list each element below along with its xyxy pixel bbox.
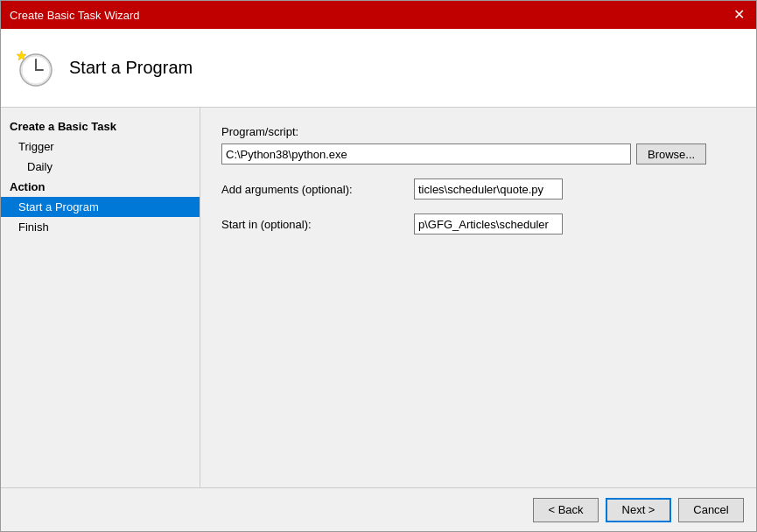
back-button[interactable]: < Back bbox=[533, 498, 599, 522]
start-in-label: Start in (optional): bbox=[221, 218, 414, 231]
title-bar-text: Create Basic Task Wizard bbox=[10, 9, 140, 22]
dialog-window: Create Basic Task Wizard ✕ Start a Progr… bbox=[0, 0, 757, 532]
add-arguments-input[interactable] bbox=[414, 178, 563, 200]
close-button[interactable]: ✕ bbox=[730, 6, 747, 24]
next-button[interactable]: Next > bbox=[606, 498, 671, 522]
program-script-label: Program/script: bbox=[221, 125, 735, 138]
program-icon bbox=[15, 47, 57, 89]
cancel-button[interactable]: Cancel bbox=[678, 498, 744, 522]
add-arguments-row: Add arguments (optional): bbox=[221, 178, 735, 200]
header-title: Start a Program bbox=[69, 58, 193, 78]
dialog-body: Create a Basic Task Trigger Daily Action… bbox=[1, 108, 756, 487]
sidebar-item-start-program[interactable]: Start a Program bbox=[1, 197, 200, 217]
sidebar-item-daily[interactable]: Daily bbox=[1, 157, 200, 177]
sidebar-section-create: Create a Basic Task bbox=[1, 116, 200, 136]
dialog-footer: < Back Next > Cancel bbox=[1, 487, 756, 531]
add-arguments-label: Add arguments (optional): bbox=[221, 183, 414, 196]
start-in-row: Start in (optional): bbox=[221, 214, 735, 234]
program-script-input[interactable] bbox=[221, 144, 631, 164]
program-script-row: Browse... bbox=[221, 144, 735, 164]
program-script-group: Program/script: Browse... bbox=[221, 125, 735, 164]
main-content: Program/script: Browse... Add arguments … bbox=[200, 108, 756, 487]
title-bar: Create Basic Task Wizard ✕ bbox=[1, 1, 756, 29]
sidebar-item-trigger[interactable]: Trigger bbox=[1, 136, 200, 157]
sidebar-item-finish[interactable]: Finish bbox=[1, 217, 200, 237]
sidebar-section-action: Action bbox=[1, 177, 200, 197]
start-in-input[interactable] bbox=[414, 214, 563, 234]
dialog-header: Start a Program bbox=[1, 29, 756, 108]
sidebar: Create a Basic Task Trigger Daily Action… bbox=[1, 108, 200, 487]
browse-button[interactable]: Browse... bbox=[636, 144, 706, 164]
